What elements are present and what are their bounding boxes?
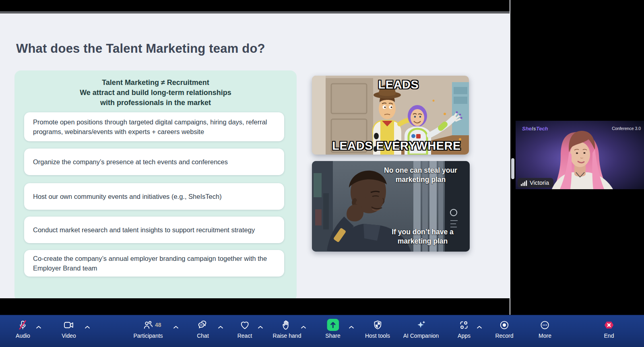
heart-icon [239,319,250,331]
audio-button[interactable]: Audio [16,319,30,339]
shield-icon [372,319,383,331]
host-tools-button[interactable]: Host tools [365,319,390,339]
meeting-toolbar: Audio Video [0,315,644,347]
conference-label: Conference 3.0 [612,126,641,131]
audio-level-icon [521,180,527,186]
react-button[interactable]: React [237,319,252,339]
bullet-card: Organize the company’s presence at tech … [24,149,284,175]
video-camera-icon [64,319,74,331]
microphone-muted-icon [18,319,29,331]
meme-toy-story: LEADS LEADS EVERYWHERE [312,76,469,155]
end-call-icon [603,319,615,331]
video-button[interactable]: Video [62,319,76,339]
sheistech-logo: SheIsTech [522,126,548,132]
panel-resize-handle[interactable] [511,158,514,179]
raise-hand-button[interactable]: Raise hand [273,319,301,339]
share-button[interactable]: Share [325,319,340,339]
apps-button[interactable]: Apps [458,319,471,339]
more-button[interactable]: More [539,319,551,339]
meme-bottom-caption: LEADS EVERYWHERE [324,139,469,153]
participants-panel: SheIsTech Conference 3.0 Victoria [510,0,644,315]
record-icon [499,319,510,331]
meme-bottom-caption: If you don’t have a marketing plan [386,227,459,246]
letterbox-top [0,0,510,12]
panel-heading: Talent Marketing ≠ Recruitment We attrac… [14,78,297,108]
logo-she: She [522,126,532,132]
ai-companion-button[interactable]: AI Companion [403,319,439,339]
participants-count: 48 [155,322,161,328]
participants-button[interactable]: Participants 48 [133,319,163,339]
share-screen-icon [327,319,339,331]
chat-options-chevron[interactable] [218,323,223,330]
bullet-card: Co-create the company’s annual employer … [24,250,284,277]
more-ellipsis-icon [540,319,551,331]
bullet-card: Conduct market research and talent insig… [24,217,284,243]
video-options-chevron[interactable] [85,323,90,330]
react-options-chevron[interactable] [258,323,263,330]
participant-name-tag: Victoria [518,178,553,188]
meme-roll-safe: No one can steal your marketing plan If … [312,161,470,252]
slide-panel: Talent Marketing ≠ Recruitment We attrac… [14,70,297,302]
raised-hand-icon [281,319,292,331]
video-tile-victoria[interactable]: SheIsTech Conference 3.0 Victoria [516,121,644,189]
shared-screen-content: What does the Talent Marketing team do? … [0,0,510,315]
logo-tech: Tech [536,126,548,132]
meme-top-caption: LEADS [328,78,469,91]
chat-button[interactable]: Chat [197,319,209,339]
end-button[interactable]: End [603,319,615,339]
share-options-chevron[interactable] [349,323,354,330]
meme-top-caption: No one can steal your marketing plan [380,166,461,184]
ai-sparkle-icon [416,319,427,331]
record-button[interactable]: Record [495,319,513,339]
apps-options-chevron[interactable] [477,323,482,330]
participants-icon [143,319,154,331]
panel-heading-line: We attract and build long-term relations… [14,88,297,98]
participant-name: Victoria [530,180,549,186]
chat-bubble-icon [197,319,208,331]
bullet-card: Promote open positions through targeted … [24,112,284,141]
zoom-meeting-window: What does the Talent Marketing team do? … [0,0,644,347]
apps-icon [458,319,469,331]
participants-options-chevron[interactable] [173,323,179,330]
slide-title: What does the Talent Marketing team do? [16,41,265,56]
audio-options-chevron[interactable] [36,323,41,330]
panel-heading-line: with professionals in the market [14,98,297,108]
raise-hand-options-chevron[interactable] [301,323,306,330]
panel-heading-line: Talent Marketing ≠ Recruitment [14,78,297,88]
letterbox-bottom [0,298,510,315]
presentation-slide: What does the Talent Marketing team do? … [0,13,510,298]
bullet-card: Host our own community events and initia… [24,183,284,210]
logo-is: Is [532,126,536,132]
